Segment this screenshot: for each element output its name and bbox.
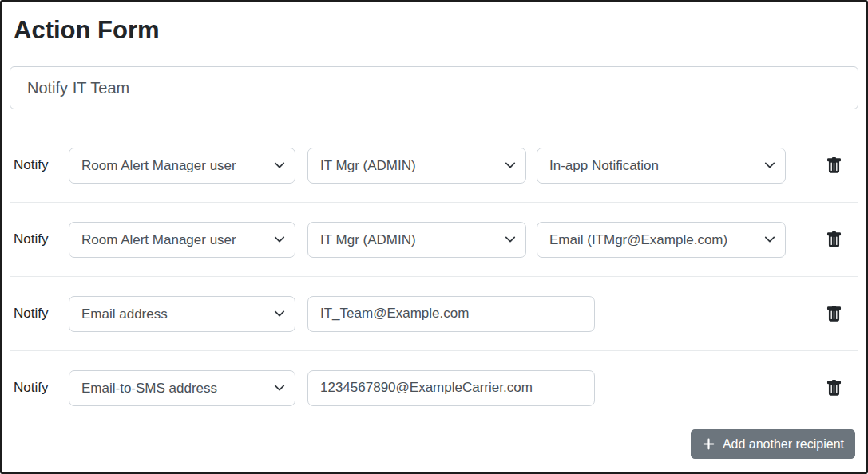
notify-label: Notify [14,380,69,396]
notify-label: Notify [14,306,69,322]
plus-icon [702,437,715,451]
recipient-type-field: Room Alert Manager user [69,148,295,184]
recipient-type-field: Email address [69,296,295,332]
delete-recipient-button[interactable] [824,303,844,325]
recipient-row: Notify Email address [2,277,866,350]
footer-bar: Add another recipient [2,429,866,459]
user-select[interactable]: IT Mgr (ADMIN) [307,148,526,184]
notification-method-select[interactable]: In-app Notification [537,148,786,184]
sms-address-input[interactable] [307,370,595,406]
recipient-type-select[interactable]: Email-to-SMS address [69,370,295,406]
trash-icon [826,156,842,175]
recipient-type-field: Email-to-SMS address [69,370,295,406]
recipient-type-select[interactable]: Room Alert Manager user [69,148,295,184]
email-address-field [307,296,595,332]
recipient-row: Notify Room Alert Manager user IT Mgr (A… [2,203,866,276]
sms-address-field [307,370,595,406]
user-field: IT Mgr (ADMIN) [307,222,526,258]
action-name-field-wrap [10,66,858,109]
trash-icon [826,379,842,397]
notify-label: Notify [14,157,69,173]
email-address-input[interactable] [307,296,595,332]
user-field: IT Mgr (ADMIN) [307,148,526,184]
user-select[interactable]: IT Mgr (ADMIN) [307,222,526,258]
recipient-type-select[interactable]: Room Alert Manager user [69,222,295,258]
trash-icon [826,231,842,249]
notification-method-field: Email (ITMgr@Example.com) [537,222,786,258]
delete-recipient-button[interactable] [824,155,844,176]
add-recipient-button[interactable]: Add another recipient [691,429,855,459]
notify-label: Notify [14,231,69,247]
trash-icon [826,305,842,323]
recipient-row: Notify Room Alert Manager user IT Mgr (A… [2,128,866,202]
recipient-type-select[interactable]: Email address [69,296,295,332]
recipient-type-field: Room Alert Manager user [69,222,295,258]
notification-method-field: In-app Notification [537,148,786,184]
delete-recipient-button[interactable] [824,229,844,251]
recipient-row: Notify Email-to-SMS address [2,351,866,425]
add-recipient-button-label: Add another recipient [723,437,844,452]
action-name-input[interactable] [10,66,858,109]
action-form-page: { "page": { "title": "Action Form" }, "a… [0,0,868,474]
delete-recipient-button[interactable] [824,377,844,399]
notification-method-select[interactable]: Email (ITMgr@Example.com) [537,222,786,258]
page-title: Action Form [14,13,866,48]
